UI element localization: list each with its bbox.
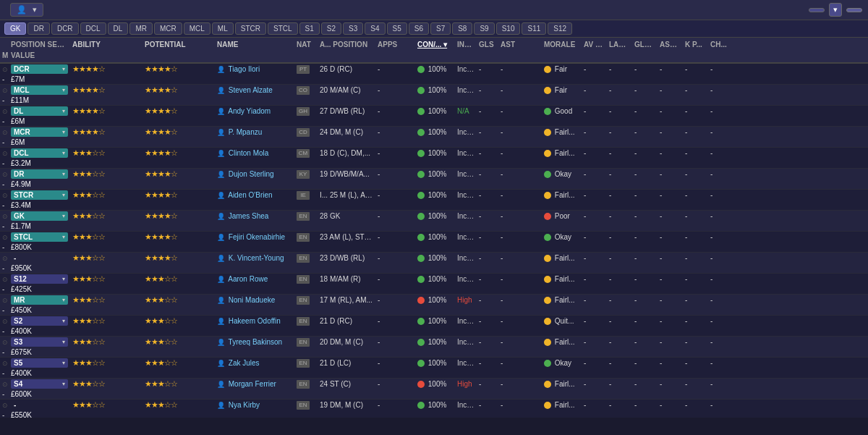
pos-tab-s3[interactable]: S3 [343,22,363,35]
row-key-passes: - [683,274,708,284]
row-position-cell[interactable]: S12 ▾ [9,274,70,284]
row-position-cell[interactable]: MCR ▾ [9,127,70,138]
pos-tab-s8[interactable]: S8 [452,22,472,35]
row-apps: - [375,316,415,326]
table-row[interactable]: ⊙ MCR ▾ ★★★★☆ ★★★★☆ 👤 P. Mpanzu CD 24 DM… [0,127,868,148]
pos-tab-s6[interactable]: S6 [409,22,429,35]
row-name[interactable]: 👤 Noni Madueke [215,295,294,305]
row-position-label: MCL [14,86,30,94]
row-position-label: - [14,254,16,262]
pos-tab-mcl[interactable]: MCL [184,22,210,35]
pos-tab-s12[interactable]: S12 [548,22,572,35]
table-row[interactable]: ⊙ S5 ▾ ★★★☆☆ ★★★☆☆ 👤 Zak Jules EN 21 D (… [0,358,868,379]
table-row[interactable]: ⊙ STCR ▾ ★★★☆☆ ★★★★☆ 👤 Aiden O'Brien IE … [0,190,868,211]
quick-pick-button[interactable] [809,8,825,12]
pos-tab-dl[interactable]: DL [108,22,129,35]
row-name[interactable]: 👤 Tyreeq Bakinson [215,337,294,347]
pos-tab-s9[interactable]: S9 [474,22,494,35]
row-name[interactable]: 👤 Andy Yiadom [215,106,294,116]
table-row[interactable]: ⊙ DL ▾ ★★★★☆ ★★★★☆ 👤 Andy Yiadom GH 27 D… [0,106,868,127]
pos-tab-mcr[interactable]: MCR [154,22,182,35]
table-row[interactable]: ⊙ MCL ▾ ★★★★☆ ★★★★☆ 👤 Steven Alzate CO 2… [0,85,868,106]
row-chances: - [708,337,752,347]
row-check: ⊙ [0,400,9,410]
pos-tab-s4[interactable]: S4 [365,22,385,35]
row-name[interactable]: 👤 Steven Alzate [215,85,294,95]
table-row[interactable]: ⊙ MR ▾ ★★★☆☆ ★★★☆☆ 👤 Noni Madueke EN 17 … [0,295,868,316]
table-row[interactable]: ⊙ S3 ▾ ★★★☆☆ ★★★☆☆ 👤 Tyreeq Bakinson EN … [0,337,868,358]
table-row[interactable]: ⊙ GK ▾ ★★★☆☆ ★★★★☆ 👤 James Shea EN 28 GK… [0,211,868,232]
table-row[interactable]: ⊙ DCL ▾ ★★★☆☆ ★★★★☆ 👤 Clinton Mola CM 18… [0,148,868,169]
table-row[interactable]: ⊙ DR ▾ ★★★☆☆ ★★★★☆ 👤 Dujon Sterling KY 1… [0,169,868,190]
quick-pick-dropdown[interactable]: ▾ [829,3,842,17]
potential-stars: ★★★★☆ [145,190,177,199]
pos-tab-dcl[interactable]: DCL [80,22,106,35]
table-row[interactable]: ⊙ DCR ▾ ★★★★☆ ★★★★☆ 👤 Tiago Ilori PT 26 … [0,64,868,85]
row-name[interactable]: 👤 K. Vincent-Young [215,253,294,263]
row-name[interactable]: 👤 Zak Jules [215,358,294,368]
row-position-cell[interactable]: S2 ▾ [9,316,70,326]
row-position-label: S5 [14,359,22,367]
col-inj: INJURY RI... [455,39,477,50]
col-potential[interactable]: POTENTIAL [142,39,215,50]
pos-tab-s2[interactable]: S2 [321,22,341,35]
table-row[interactable]: ⊙ STCL ▾ ★★★☆☆ ★★★★☆ 👤 Fejiri Okenabirhi… [0,232,868,253]
pos-tab-s11[interactable]: S11 [522,22,546,35]
row-nationality: KY [294,169,318,179]
col-name[interactable]: NAME [215,39,294,50]
row-position-cell[interactable]: DCR ▾ [9,64,70,75]
table-row[interactable]: ⊙ S4 ▾ ★★★☆☆ ★★★☆☆ 👤 Morgan Ferrier EN 2… [0,379,868,400]
row-key-passes: - [683,169,708,179]
table-row[interactable]: ⊙ - ★★★☆☆ ★★★★☆ 👤 K. Vincent-Young EN 23… [0,253,868,274]
row-potential: ★★★☆☆ [142,316,215,326]
row-name[interactable]: 👤 Morgan Ferrier [215,379,294,389]
pos-tab-s10[interactable]: S10 [496,22,521,35]
pos-tab-stcl[interactable]: STCL [268,22,298,35]
row-position-cell[interactable]: - [9,253,70,263]
row-position-cell[interactable]: STCR ▾ [9,190,70,200]
row-name[interactable]: 👤 Clinton Mola [215,148,294,158]
col-con[interactable]: CON/... ▾ [415,39,455,50]
pos-tab-mr[interactable]: MR [129,22,153,35]
row-name[interactable]: 👤 Dujon Sterling [215,169,294,179]
pos-tab-s5[interactable]: S5 [387,22,407,35]
filter-button[interactable] [846,8,862,12]
row-name[interactable]: 👤 Hakeem Odoffin [215,316,294,326]
pos-tab-dcr[interactable]: DCR [51,22,79,35]
row-position-cell[interactable]: DL ▾ [9,106,70,117]
row-position-cell[interactable]: STCL ▾ [9,232,70,242]
row-last-season: - [607,316,632,326]
row-last-season: - [607,379,632,389]
row-name[interactable]: 👤 Aaron Rowe [215,274,294,284]
row-name[interactable]: 👤 Fejiri Okenabirhie [215,232,294,242]
row-name[interactable]: 👤 James Shea [215,211,294,221]
row-name[interactable]: 👤 Nya Kirby [215,400,294,410]
pos-tab-s7[interactable]: S7 [430,22,451,35]
row-name[interactable]: 👤 Tiago Ilori [215,64,294,74]
pos-tab-gk[interactable]: GK [4,22,26,35]
row-position-cell[interactable]: S4 ▾ [9,379,70,389]
pos-tab-stcr[interactable]: STCR [235,22,266,35]
row-assists-per90: - [658,232,683,242]
row-goals-per90: - [632,274,658,284]
squad-view-button[interactable]: 👤 ▾ [10,3,43,17]
pos-tab-s1[interactable]: S1 [299,22,320,35]
row-goals: - [477,316,498,326]
table-row[interactable]: ⊙ S12 ▾ ★★★☆☆ ★★★☆☆ 👤 Aaron Rowe EN 18 M… [0,274,868,295]
row-position-cell[interactable]: S3 ▾ [9,337,70,347]
pos-tab-ml[interactable]: ML [212,22,234,35]
col-ability[interactable]: ABILITY [70,39,142,50]
chevron-down-icon: ▾ [62,339,65,345]
row-name[interactable]: 👤 P. Mpanzu [215,127,294,137]
row-position-cell[interactable]: DR ▾ [9,169,70,180]
table-row[interactable]: ⊙ S2 ▾ ★★★☆☆ ★★★☆☆ 👤 Hakeem Odoffin EN 2… [0,316,868,337]
pos-tab-dr[interactable]: DR [27,22,49,35]
row-position-cell[interactable]: GK ▾ [9,211,70,221]
row-position-cell[interactable]: - [9,400,70,410]
row-position-cell[interactable]: MCL ▾ [9,85,70,96]
table-row[interactable]: ⊙ - ★★★☆☆ ★★★☆☆ 👤 Nya Kirby EN 19 DM, M … [0,400,868,418]
row-position-cell[interactable]: DCL ▾ [9,148,70,159]
row-name[interactable]: 👤 Aiden O'Brien [215,190,294,200]
row-position-cell[interactable]: S5 ▾ [9,358,70,368]
row-position-cell[interactable]: MR ▾ [9,295,70,305]
